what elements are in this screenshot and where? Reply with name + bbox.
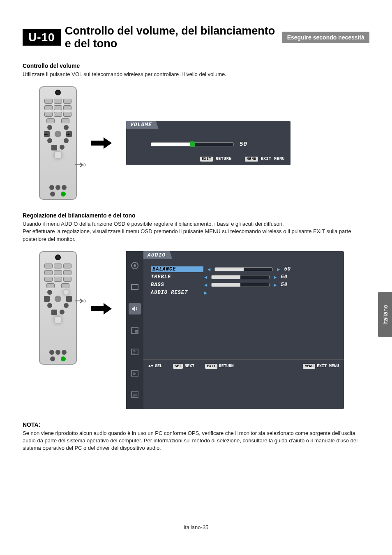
volume-slider[interactable] [151, 142, 234, 146]
note-text: Se non viene riprodotto alcun audio quan… [23, 430, 369, 452]
audio-reset-row[interactable]: AUDIO RESET ▶ [151, 290, 337, 296]
return-label: RETURN [216, 157, 232, 161]
bass-label: BASS [151, 282, 200, 288]
audio-reset-label: AUDIO RESET [151, 290, 200, 296]
vol-minus-button-icon: − [44, 131, 50, 137]
sel-label: SEL [155, 364, 162, 368]
menu-pill-icon: MENU [303, 364, 315, 369]
vol-plus-button-icon: + [66, 131, 72, 137]
exit-pill-icon: EXIT [200, 157, 213, 162]
balance-label: BALANCE [151, 266, 203, 272]
left-arrow-icon: ◀ [208, 266, 210, 273]
exit-pill-icon: EXIT [205, 364, 217, 369]
audio-osd-footer: ▲▼SEL SETNEXT EXITRETURN MENUEXIT MENU [143, 359, 344, 371]
page-header: U-10 Controllo del volume, del bilanciam… [23, 25, 369, 50]
necessity-box: Eseguire secondo necessità [282, 32, 369, 43]
note-heading: NOTA: [23, 421, 369, 428]
advanced-tab-icon[interactable] [129, 389, 140, 400]
treble-value: 50 [281, 274, 287, 280]
screen-tab-icon[interactable] [129, 282, 140, 292]
balance-tone-heading: Regolazione del bilanciamento e del tono [23, 212, 369, 219]
svg-rect-4 [131, 284, 138, 289]
bass-slider[interactable] [211, 283, 270, 287]
volume-figure-row: − + VOLUME [39, 86, 369, 200]
svg-point-3 [134, 264, 136, 267]
volume-control-text: Utilizzare il pulsante VOL sul telecoman… [23, 71, 369, 78]
remote-illustration-1: − + [39, 86, 77, 200]
audio-osd-sidebar [126, 251, 143, 409]
set-pill-icon: SET [173, 364, 183, 369]
volume-osd-title: VOLUME [126, 121, 159, 129]
bass-value: 50 [281, 282, 287, 288]
language-label: Italiano [382, 305, 389, 324]
volume-osd-footer: EXIT RETURN MENU EXIT MENU [126, 151, 291, 163]
right-arrow-icon: ▶ [277, 266, 280, 273]
highlighted-vol-button-icon [55, 152, 61, 158]
svg-rect-6 [135, 330, 138, 333]
remote-ir-led-icon [55, 254, 61, 260]
volume-osd-panel: VOLUME 50 EXIT RETURN MENU EXIT MENU [126, 121, 291, 165]
volume-value: 50 [240, 141, 247, 148]
section-title: Controllo del volume, del bilanciamento … [65, 25, 278, 50]
bass-row[interactable]: BASS ◀ ▶ 50 [151, 282, 337, 288]
pip-tab-icon[interactable] [129, 325, 140, 336]
svg-point-0 [83, 164, 85, 166]
exit-menu-label: EXIT MENU [317, 364, 339, 368]
treble-slider[interactable] [211, 275, 270, 279]
multi-tab-icon[interactable] [129, 368, 140, 379]
audio-osd-panel: AUDIO BALANCE ◀ ▶ 50 TREBLE ◀ ▶ 50 [126, 251, 344, 409]
pointer-hand-icon [74, 297, 87, 305]
highlighted-menu-button-icon [64, 290, 69, 295]
section-badge: U-10 [23, 29, 61, 46]
balance-tone-line1: Usando il menu AUDIO della funzione OSD … [23, 220, 369, 228]
next-label: NEXT [184, 364, 194, 368]
page-number: Italiano-35 [0, 524, 392, 530]
remote-ir-led-icon [55, 90, 61, 95]
menu-pill-icon: MENU [245, 157, 258, 162]
pointer-hand-icon [74, 161, 87, 169]
arrow-right-icon [89, 301, 114, 317]
volume-control-heading: Controllo del volume [23, 62, 369, 69]
return-label: RETURN [219, 364, 234, 368]
balance-tone-line2: Per effettuare la regolazione, visualizz… [23, 228, 369, 243]
audio-figure-row: AUDIO BALANCE ◀ ▶ 50 TREBLE ◀ ▶ 50 [39, 251, 369, 409]
picture-tab-icon[interactable] [129, 260, 140, 271]
updown-icon: ▲▼ [148, 364, 153, 368]
language-side-tab: Italiano [378, 292, 392, 337]
svg-point-1 [83, 300, 85, 302]
osd-tab-icon[interactable] [129, 347, 140, 357]
remote-illustration-2 [39, 251, 77, 365]
treble-row[interactable]: TREBLE ◀ ▶ 50 [151, 274, 337, 280]
right-arrow-icon: ▶ [204, 290, 207, 296]
arrow-right-icon [89, 135, 114, 151]
balance-slider[interactable] [214, 267, 273, 271]
audio-osd-title: AUDIO [143, 251, 172, 259]
treble-label: TREBLE [151, 274, 200, 280]
balance-value: 50 [284, 266, 291, 272]
audio-tab-icon[interactable] [129, 303, 141, 314]
balance-row[interactable]: BALANCE ◀ ▶ 50 [151, 266, 337, 273]
exit-menu-label: EXIT MENU [261, 157, 285, 161]
